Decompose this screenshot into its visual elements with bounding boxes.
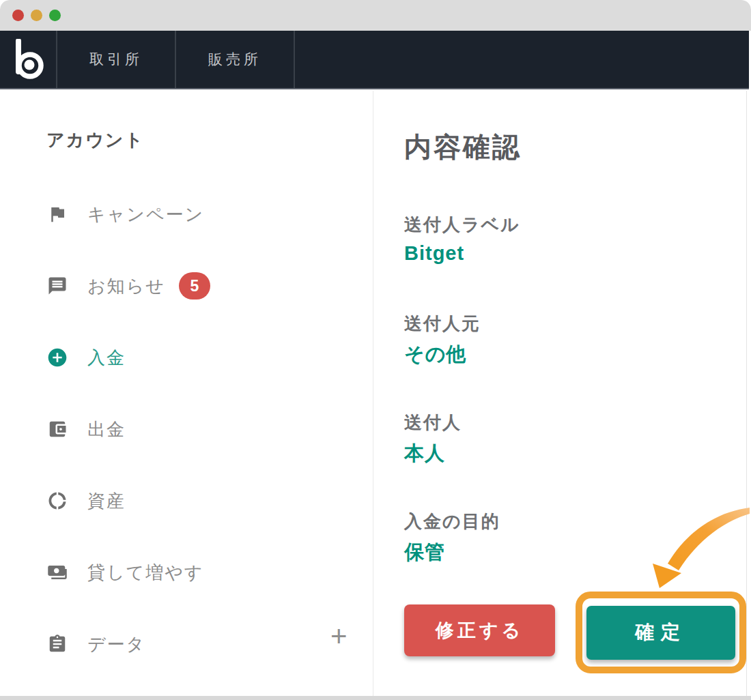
- field-label-sender-source: 送付人元: [404, 312, 481, 336]
- flag-icon: [46, 203, 68, 225]
- field-value-deposit-purpose: 保管: [404, 539, 445, 566]
- tab-exchange-label: 取引所: [89, 50, 143, 69]
- wallet-icon: [46, 418, 68, 440]
- sidebar-item-notices[interactable]: お知らせ 5: [46, 272, 210, 300]
- modify-button[interactable]: 修正する: [404, 604, 555, 656]
- tab-sales-office-label: 販売所: [208, 50, 261, 69]
- sidebar-item-assets[interactable]: 資産: [46, 487, 126, 514]
- sidebar-item-deposit[interactable]: 入金: [46, 344, 126, 371]
- sidebar-item-withdrawal[interactable]: 出金: [46, 415, 126, 443]
- app-window: 取引所 販売所 アカウント キャンペーン お知らせ 5 入金 出金: [0, 0, 751, 700]
- notices-count-badge: 5: [179, 272, 210, 300]
- app-header: 取引所 販売所: [0, 31, 749, 89]
- sidebar-divider: [373, 91, 373, 696]
- window-titlebar: [0, 0, 751, 31]
- confirm-highlight-box: 確定: [576, 592, 746, 673]
- payments-icon: [46, 562, 68, 583]
- chat-icon: [46, 275, 68, 297]
- bitbank-b-icon: [12, 39, 44, 80]
- callout-arrow-icon: [650, 506, 751, 589]
- sidebar-item-label: データ: [87, 632, 145, 656]
- data-expand-plus-icon[interactable]: +: [330, 622, 348, 651]
- field-value-sender: 本人: [404, 440, 445, 467]
- sidebar-item-label: 貸して増やす: [87, 561, 203, 585]
- sidebar-item-campaign[interactable]: キャンペーン: [46, 201, 204, 228]
- sidebar-item-label: キャンペーン: [87, 203, 204, 227]
- field-label-sender: 送付人: [404, 411, 462, 435]
- confirm-button[interactable]: 確定: [586, 606, 735, 660]
- sidebar-section-title: アカウント: [46, 128, 144, 152]
- window-bottom-edge: [0, 696, 751, 700]
- sidebar-item-data[interactable]: データ: [46, 630, 145, 658]
- tab-sales-office[interactable]: 販売所: [176, 31, 295, 88]
- right-edge-line: [746, 91, 747, 696]
- tab-exchange[interactable]: 取引所: [57, 31, 176, 88]
- clipboard-icon: [46, 633, 68, 655]
- close-window-icon[interactable]: [12, 10, 24, 21]
- sidebar-item-label: お知らせ: [87, 274, 165, 298]
- maximize-window-icon[interactable]: [49, 10, 61, 21]
- minimize-window-icon[interactable]: [31, 10, 42, 21]
- field-value-sender-label: Bitget: [404, 242, 464, 265]
- sidebar-item-label: 出金: [87, 418, 126, 441]
- add-circle-icon: [46, 347, 68, 368]
- bitbank-logo[interactable]: [0, 31, 57, 88]
- field-value-sender-source: その他: [404, 341, 466, 368]
- field-label-deposit-purpose: 入金の目的: [404, 510, 500, 534]
- page-title: 内容確認: [404, 128, 522, 166]
- field-label-sender-label: 送付人ラベル: [404, 213, 520, 237]
- pie-chart-icon: [46, 490, 68, 512]
- sidebar-item-label: 資産: [87, 489, 126, 513]
- sidebar-item-label: 入金: [87, 346, 126, 370]
- sidebar-item-lending[interactable]: 貸して増やす: [46, 559, 203, 586]
